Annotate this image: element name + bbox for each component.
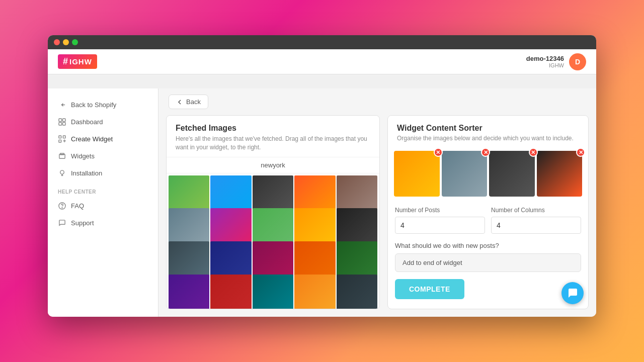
list-item[interactable]	[253, 275, 293, 309]
svg-rect-0	[58, 118, 61, 121]
chat-support-icon	[58, 219, 66, 227]
minimize-button[interactable]	[63, 39, 69, 45]
back-bar: Back	[158, 88, 596, 115]
number-of-columns-input[interactable]	[491, 217, 581, 234]
sidebar-item-installation[interactable]: Installation	[48, 164, 158, 182]
list-item[interactable]	[169, 275, 209, 309]
sidebar-item-back-shopify[interactable]: Back to Shopify	[48, 96, 158, 113]
svg-rect-6	[58, 140, 61, 142]
panels: Fetched Images Here's all the images tha…	[158, 115, 596, 317]
logo-text: IGHW	[69, 57, 92, 66]
plus-grid-icon	[58, 135, 66, 143]
remove-image-button[interactable]: ✕	[481, 148, 490, 157]
user-name: demo-12346	[526, 55, 564, 62]
sidebar: Back to Shopify Dashboard Create Widg	[48, 88, 158, 317]
selected-image-bg	[394, 151, 440, 197]
selected-image-2[interactable]: ✕	[442, 151, 488, 197]
sorter-panel: Widget Content Sorter Organise the image…	[387, 115, 589, 309]
content-area: Back Fetched Images Here's all the image…	[158, 88, 596, 317]
number-of-columns-label: Number of Columns	[491, 207, 581, 214]
main-area: Back to Shopify Dashboard Create Widg	[48, 88, 596, 317]
remove-image-button[interactable]: ✕	[434, 148, 443, 157]
list-item[interactable]	[337, 275, 377, 309]
user-shop: IGHW	[526, 62, 564, 68]
help-center-label: HELP CENTER	[48, 182, 158, 197]
sidebar-item-label: Widgets	[71, 152, 95, 160]
sidebar-item-faq[interactable]: FAQ	[48, 197, 158, 214]
sidebar-item-dashboard[interactable]: Dashboard	[48, 113, 158, 130]
fetched-images-panel: Fetched Images Here's all the images tha…	[166, 115, 380, 309]
fetched-panel-title: Fetched Images	[176, 124, 370, 133]
sorter-panel-header: Widget Content Sorter Organise the image…	[388, 116, 588, 147]
svg-rect-5	[63, 135, 65, 138]
selected-image-3[interactable]: ✕	[489, 151, 535, 197]
list-item[interactable]	[210, 275, 251, 309]
sidebar-item-support[interactable]: Support	[48, 214, 158, 231]
posts-columns-row: Number of Posts Number of Columns	[395, 207, 581, 234]
maximize-button[interactable]	[72, 39, 78, 45]
close-button[interactable]	[54, 39, 60, 45]
tag-filter[interactable]: newyork	[167, 157, 379, 173]
new-posts-label: What should we do with new posts?	[395, 242, 581, 249]
back-arrow-icon	[176, 99, 183, 106]
chat-bubble-icon	[567, 288, 578, 299]
app-header: #IGHW demo-12346 IGHW D	[48, 49, 596, 74]
new-posts-section: What should we do with new posts? Add to…	[395, 242, 581, 272]
logo: #IGHW	[58, 54, 97, 69]
settings-section: Number of Posts Number of Columns What s…	[388, 201, 588, 309]
svg-rect-4	[58, 135, 61, 138]
sidebar-item-label: Support	[71, 219, 94, 227]
sidebar-item-label: Installation	[71, 169, 102, 177]
number-of-posts-input[interactable]	[395, 217, 485, 234]
user-section: demo-12346 IGHW D	[526, 53, 586, 70]
fetched-panel-desc: Here's all the images that we've fetched…	[176, 135, 370, 152]
avatar[interactable]: D	[569, 53, 586, 70]
selected-image-1[interactable]: ✕	[394, 151, 440, 197]
chat-bubble-button[interactable]	[561, 282, 584, 304]
bulb-icon	[58, 169, 66, 177]
selected-images-grid: ✕ ✕ ✕ ✕	[388, 147, 588, 201]
question-icon	[58, 202, 66, 210]
list-item[interactable]	[294, 275, 335, 309]
svg-point-11	[60, 170, 64, 174]
number-of-posts-label: Number of Posts	[395, 207, 485, 214]
selected-image-bg	[537, 151, 583, 197]
sidebar-item-widgets[interactable]: Widgets	[48, 147, 158, 164]
layers-icon	[58, 152, 66, 160]
svg-rect-1	[62, 118, 65, 121]
remove-image-button[interactable]: ✕	[576, 148, 585, 157]
traffic-lights	[54, 39, 78, 45]
sidebar-item-label: Dashboard	[71, 118, 103, 126]
back-button-label: Back	[186, 98, 201, 106]
logo-box: #IGHW	[58, 54, 97, 69]
svg-rect-3	[62, 122, 65, 125]
grid-icon	[58, 118, 66, 126]
sidebar-item-label: Create Widget	[71, 135, 113, 143]
number-of-posts-group: Number of Posts	[395, 207, 485, 234]
arrow-left-icon	[58, 101, 66, 109]
number-of-columns-group: Number of Columns	[491, 207, 581, 234]
svg-point-16	[62, 207, 62, 208]
app-window: #IGHW demo-12346 IGHW D Back to Shopify	[48, 35, 596, 317]
user-info: demo-12346 IGHW	[526, 55, 564, 68]
remove-image-button[interactable]: ✕	[529, 148, 538, 157]
selected-image-bg	[489, 151, 535, 197]
fetched-panel-header: Fetched Images Here's all the images tha…	[167, 116, 379, 157]
svg-rect-2	[58, 122, 61, 125]
sidebar-item-label: FAQ	[71, 202, 84, 210]
titlebar	[48, 35, 596, 49]
selected-image-4[interactable]: ✕	[537, 151, 583, 197]
back-button[interactable]: Back	[169, 95, 208, 109]
sorter-panel-desc: Organise the images below and decide whi…	[397, 135, 579, 142]
sidebar-item-label: Back to Shopify	[71, 101, 116, 109]
selected-image-bg	[442, 151, 488, 197]
sorter-panel-title: Widget Content Sorter	[397, 124, 579, 133]
fetched-image-grid	[167, 173, 379, 309]
new-posts-option[interactable]: Add to end of widget	[395, 253, 581, 272]
complete-button[interactable]: COMPLETE	[395, 279, 464, 299]
sidebar-item-create-widget[interactable]: Create Widget	[48, 130, 158, 147]
logo-hash-icon: #	[63, 56, 68, 66]
